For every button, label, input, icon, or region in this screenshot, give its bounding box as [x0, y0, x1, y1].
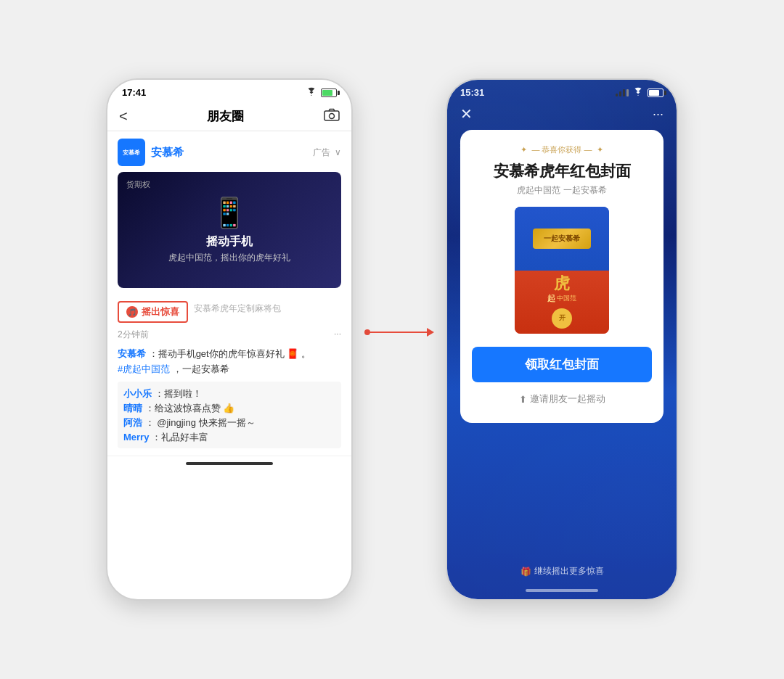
ad-dropdown-icon[interactable]: ∨	[335, 147, 341, 157]
avatar: 安慕希	[118, 139, 145, 166]
commenter-1-name[interactable]: 小小乐	[123, 388, 152, 399]
post-author[interactable]: 安慕希	[118, 348, 146, 359]
envelope-open-button[interactable]: 开	[552, 308, 572, 329]
transition-arrow	[364, 328, 434, 337]
envelope-slogan: 中国范	[557, 294, 576, 303]
commenter-2-text: ：给这波惊喜点赞 👍	[145, 403, 235, 413]
prize-text: 安慕希虎年定制麻将包	[194, 303, 281, 315]
congrats-text: — 恭喜你获得 —	[531, 144, 592, 155]
right-phone: 15:31	[446, 78, 678, 601]
brand-watermark: 货期权	[126, 179, 150, 190]
post-text: 安慕希 ：摇动手机get你的虎年惊喜好礼 🧧 。 #虎起中国范 ，一起安慕希	[118, 347, 341, 377]
comment-3: 阿浩 ： @jingjing 快来摇一摇～	[123, 416, 335, 429]
commenter-1-text: ：摇到啦！	[155, 388, 202, 399]
back-button[interactable]: <	[119, 108, 128, 125]
ad-header: 安慕希 安慕希 广告 ∨	[118, 139, 341, 166]
home-indicator	[186, 462, 273, 465]
arrow-shaft	[369, 332, 427, 333]
ad-user: 安慕希 安慕希	[118, 139, 184, 166]
comment-1: 小小乐 ：摇到啦！	[123, 387, 335, 400]
commenter-3-name[interactable]: 阿浩	[123, 417, 142, 428]
banner-subtitle: 虎起中国范，摇出你的虎年好礼	[168, 252, 290, 264]
claim-button[interactable]: 领取红包封面	[472, 347, 652, 382]
home-indicator-right	[526, 589, 598, 592]
congrats-right-deco: ✦	[597, 145, 603, 155]
comment-2: 晴晴 ：给这波惊喜点赞 👍	[123, 402, 335, 415]
packet-title: 安慕希虎年红包封面	[472, 161, 652, 181]
invite-line: ⬆ 邀请朋友一起摇动	[472, 392, 652, 406]
phones-container: 17:41 < 朋友圈	[106, 78, 678, 601]
post-hashtag[interactable]: #虎起中国范	[118, 363, 170, 374]
envelope-main-char: 虎	[554, 276, 570, 292]
commenter-4-text: ：礼品好丰富	[152, 432, 208, 443]
mentioned-user[interactable]: @jingjing	[157, 417, 196, 428]
left-phone: 17:41 < 朋友圈	[106, 78, 353, 601]
commenter-2-name[interactable]: 晴晴	[123, 403, 142, 413]
ad-card: 安慕希 安慕希 广告 ∨ 货期权 📱 摇动手机 虎起中国范，摇出你的虎年好礼	[107, 131, 351, 456]
commenter-3-suffix: 快来摇一摇～	[199, 417, 256, 428]
envelope-char-qi: 起	[547, 293, 555, 304]
post-meta: 2分钟前 ···	[118, 329, 341, 341]
shake-row: 🎵 摇出惊喜 安慕希虎年定制麻将包	[118, 294, 341, 323]
comments-section: 小小乐 ：摇到啦！ 晴晴 ：给这波惊喜点赞 👍 阿浩 ： @jingjing 快…	[118, 382, 341, 448]
ad-tag-area: 广告 ∨	[313, 147, 341, 159]
comment-4: Merry ：礼品好丰富	[123, 431, 335, 444]
red-envelope[interactable]: 一起安慕希 虎 起 中国范 开	[515, 207, 609, 334]
post-content: ：摇动手机get你的虎年惊喜好礼 🧧 。	[149, 348, 311, 359]
bottom-text: 继续摇出更多惊喜	[534, 565, 604, 577]
red-packet-card: ✦ — 恭喜你获得 — ✦ 安慕希虎年红包封面 虎起中国范 一起安慕希 一起安慕…	[460, 130, 663, 423]
red-packet-screen: 15:31	[447, 80, 677, 599]
promo-banner[interactable]: 货期权 📱 摇动手机 虎起中国范，摇出你的虎年好礼	[118, 172, 341, 288]
post-suffix: ，一起安慕希	[173, 363, 229, 374]
shake-icon: 🎵	[126, 306, 138, 318]
time-ago: 2分钟前	[118, 329, 149, 341]
congrats-left-deco: ✦	[520, 145, 527, 155]
wechat-header: < 朋友圈	[107, 102, 351, 131]
congrats-line: ✦ — 恭喜你获得 — ✦	[472, 144, 652, 155]
envelope-bottom: 虎 起 中国范 开	[515, 271, 609, 334]
left-time: 17:41	[122, 87, 146, 98]
bottom-bar[interactable]: 🎁 继续摇出更多惊喜	[447, 565, 677, 577]
right-battery-icon	[648, 89, 663, 97]
bottom-icon: 🎁	[520, 567, 531, 577]
packet-subtitle: 虎起中国范 一起安慕希	[472, 184, 652, 197]
phone-shake-icon: 📱	[211, 196, 248, 230]
wifi-icon	[306, 87, 317, 98]
svg-point-1	[330, 114, 335, 119]
shake-button[interactable]: 🎵 摇出惊喜	[118, 301, 188, 323]
envelope-brand: 一起安慕希	[533, 229, 591, 249]
ad-label: 广告	[313, 147, 330, 159]
invite-icon: ⬆	[519, 394, 527, 405]
arrow-head	[427, 328, 434, 337]
left-status-icons	[306, 87, 337, 98]
envelope-top: 一起安慕希	[515, 207, 609, 271]
banner-title: 摇动手机	[206, 234, 253, 250]
more-button[interactable]: ···	[334, 329, 341, 341]
camera-button[interactable]	[324, 108, 340, 125]
page-title: 朋友圈	[207, 108, 244, 125]
invite-text[interactable]: 邀请朋友一起摇动	[530, 392, 605, 406]
commenter-4-name[interactable]: Merry	[123, 432, 149, 443]
left-status-bar: 17:41	[107, 80, 351, 102]
ad-username[interactable]: 安慕希	[151, 146, 184, 160]
battery-icon	[321, 89, 337, 97]
commenter-3-text: ：	[145, 417, 155, 428]
envelope-sub-text: 起 中国范	[547, 293, 576, 304]
